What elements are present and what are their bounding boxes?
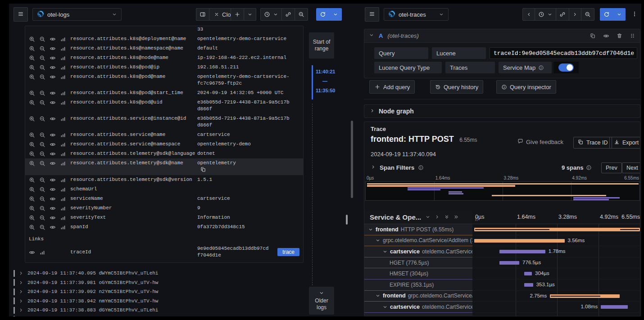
span-row[interactable]: grpc.oteldemo.CartService/AddItem (3.5 3… [364,235,640,247]
expand-log-icon[interactable] [18,289,24,294]
filter-out-value-icon[interactable] [39,177,45,183]
span-row[interactable]: cartserviceoteldemo.CartService/Ad 1.78m… [364,246,640,257]
span-duration-bar[interactable] [550,294,620,298]
query-type-value-chip[interactable]: Traces [445,62,495,73]
share-link-button[interactable] [556,8,569,21]
toggle-field-visibility-icon[interactable] [50,177,56,183]
toggle-field-visibility-icon[interactable] [50,64,56,71]
toggle-field-visibility-icon[interactable] [50,74,56,80]
filter-out-value-icon[interactable] [39,45,45,52]
filter-out-value-icon[interactable] [39,55,45,61]
span-duration-bar[interactable] [524,283,533,287]
run-query-dropdown[interactable] [330,8,342,21]
filter-for-value-icon[interactable] [29,132,35,138]
add-dropdown-button[interactable] [244,8,256,21]
toggle-field-visibility-icon[interactable] [50,205,56,212]
filter-out-value-icon[interactable] [39,74,45,80]
field-stats-icon[interactable] [60,196,66,202]
filter-for-value-icon[interactable] [29,160,35,167]
filter-for-value-icon[interactable] [29,141,35,148]
add-query-button[interactable]: Add query [369,80,415,94]
filter-for-value-icon[interactable] [29,55,35,61]
filter-for-value-icon[interactable] [29,205,35,212]
toggle-query-icon[interactable] [603,33,609,39]
field-stats-icon[interactable] [39,249,45,256]
filter-out-value-icon[interactable] [39,151,45,157]
span-row[interactable]: EXPIRE (353.1µs) 353.1µs [364,279,640,291]
toggle-field-visibility-icon[interactable] [50,160,56,167]
service-operation-header[interactable]: Service & Ope... [370,213,421,221]
span-duration-bar[interactable] [499,261,519,265]
kebab-menu-button[interactable] [630,9,639,20]
expand-one-icon[interactable] [435,214,440,220]
expand-log-icon[interactable] [18,270,24,276]
collapse-span-icon[interactable] [382,304,388,310]
share-link-button[interactable] [282,8,295,21]
span-row[interactable]: HMSET (304µs) 304µs [364,268,640,279]
filter-for-value-icon[interactable] [29,116,35,122]
node-graph-panel[interactable]: Node graph [364,104,640,118]
delete-query-icon[interactable] [617,33,622,39]
query-inspector-button[interactable]: Query inspector [496,80,556,94]
span-duration-bar[interactable] [474,228,640,231]
field-stats-icon[interactable] [60,177,66,183]
datasource-picker-logs[interactable]: otel-logs [32,8,122,21]
collapse-span-icon[interactable] [375,238,381,243]
filter-out-value-icon[interactable] [39,215,45,221]
split-drag-handle[interactable] [346,215,348,225]
toggle-field-visibility-icon[interactable] [50,196,56,202]
filter-for-value-icon[interactable] [29,177,35,183]
expand-log-icon[interactable] [18,298,24,304]
give-feedback-link[interactable]: Give feedback [517,138,563,145]
span-row[interactable]: cartserviceoteldemo.CartService/Ge 1.08m… [364,302,640,313]
filter-out-value-icon[interactable] [39,186,45,193]
log-row[interactable]: 2024-09-19 11:37:39.981 oGYmC5IBtPhvV_uT… [14,278,311,288]
zoom-out-time-button[interactable] [295,8,308,21]
field-stats-icon[interactable] [60,116,66,122]
chevron-down-icon[interactable] [425,214,431,220]
run-query-dropdown[interactable] [613,8,626,21]
filter-for-value-icon[interactable] [29,64,35,71]
shift-time-forward-button[interactable] [569,8,581,21]
menu-toggle-button[interactable] [14,7,28,22]
span-duration-bar[interactable] [474,239,565,243]
filter-out-value-icon[interactable] [39,36,45,42]
export-button[interactable]: Export [609,137,640,149]
time-picker-button[interactable] [535,8,556,21]
field-stats-icon[interactable] [60,215,66,221]
collapse-span-icon[interactable] [368,227,373,232]
field-stats-icon[interactable] [60,36,66,42]
toggle-field-visibility-icon[interactable] [50,36,56,42]
filter-for-value-icon[interactable] [29,74,35,80]
field-stats-icon[interactable] [60,55,66,61]
expand-all-icon[interactable] [454,214,459,220]
log-row[interactable]: 2024-09-19 11:37:38.883 dGYmC5IBtPhvV_uT… [14,306,311,315]
split-pane-button[interactable] [196,8,209,21]
start-of-range-button[interactable]: Start of range [309,32,334,59]
toggle-field-visibility-icon[interactable] [50,45,56,52]
field-stats-icon[interactable] [60,205,66,212]
filter-out-value-icon[interactable] [39,141,45,148]
field-stats-icon[interactable] [60,224,66,230]
span-duration-bar[interactable] [524,272,532,275]
collapse-query-icon[interactable] [369,32,374,39]
run-query-button[interactable] [316,8,330,21]
toggle-field-visibility-icon[interactable] [50,116,56,122]
filter-for-value-icon[interactable] [29,151,35,157]
field-stats-icon[interactable] [60,151,66,157]
older-logs-button[interactable]: Older logs [309,287,334,315]
collapse-span-icon[interactable] [375,293,381,298]
filter-out-value-icon[interactable] [39,90,45,96]
log-row[interactable]: 2024-09-19 11:37:39.092 n2YmC5IBtPhvV_uT… [14,287,311,297]
filter-out-value-icon[interactable] [39,196,45,202]
menu-toggle-button-right[interactable] [365,7,379,22]
filter-out-value-icon[interactable] [39,224,45,230]
span-row[interactable]: HGET (822us) 822us [364,313,640,316]
toggle-field-visibility-icon[interactable] [50,186,56,193]
toggle-field-visibility-icon[interactable] [50,99,56,106]
service-map-toggle[interactable] [558,63,574,72]
field-stats-icon[interactable] [60,141,66,148]
scrollbar-thumb[interactable] [351,121,353,198]
run-query-button[interactable] [600,8,613,21]
filter-out-value-icon[interactable] [39,64,45,71]
